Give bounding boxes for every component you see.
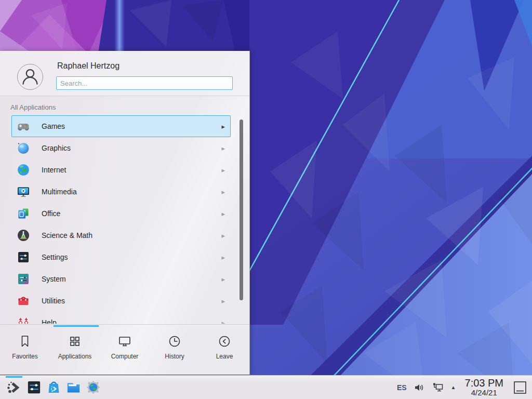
category-label: Settings [42,253,68,261]
tab-leave[interactable]: Leave [200,325,249,375]
submenu-arrow-icon: ▸ [221,320,225,324]
tray-expand-icon[interactable]: ▲ [451,384,456,390]
category-games[interactable]: Games ▸ [11,115,231,137]
tab-computer[interactable]: Computer [100,325,150,375]
category-utilities[interactable]: Utilities ▸ [11,290,231,312]
submenu-arrow-icon: ▸ [221,123,225,130]
bookmark-icon [17,334,33,349]
category-label: Multimedia [42,188,77,196]
submenu-arrow-icon: ▸ [221,210,225,217]
clock-time: 7:03 PM [465,378,503,389]
submenu-arrow-icon: ▸ [221,276,225,283]
section-label: All Applications [10,103,56,111]
user-avatar[interactable] [17,64,43,90]
launcher-header: Raphael Hertzog [0,51,249,96]
monitor-icon [117,334,132,349]
system-tray: ES ▲ 7:03 PM 4/24/21 [397,378,528,397]
tab-label: Applications [58,353,92,360]
submenu-arrow-icon: ▸ [221,298,225,304]
taskbar-panel: ES ▲ 7:03 PM 4/24/21 [0,375,532,399]
category-label: Internet [42,166,66,174]
list-scrollbar[interactable] [240,119,243,300]
category-label: Utilities [42,297,65,305]
submenu-arrow-icon: ▸ [221,189,225,195]
application-launcher-panel: Raphael Hertzog All Applications Games ▸ [0,51,250,375]
browser-globe-icon [85,379,101,395]
category-label: Help [42,318,57,324]
application-launcher-button[interactable] [4,376,24,399]
system-icon [16,272,31,286]
network-icon[interactable] [432,381,444,394]
category-label: Graphics [42,144,71,152]
tab-label: Leave [216,353,233,360]
keyboard-layout-indicator[interactable]: ES [397,383,407,392]
web-browser-button[interactable] [83,376,103,399]
settings-icon [16,250,31,264]
clock-icon [167,334,182,349]
kde-launcher-icon [5,379,23,396]
leave-icon [217,334,232,349]
tab-applications[interactable]: Applications [50,325,100,375]
science-icon [16,228,31,243]
tab-history[interactable]: History [150,325,200,375]
submenu-arrow-icon: ▸ [221,254,225,261]
user-icon [18,64,43,89]
category-office[interactable]: Office ▸ [11,203,231,224]
digital-clock[interactable]: 7:03 PM 4/24/21 [465,378,503,397]
application-category-list: Games ▸ Graphics ▸ [0,115,249,324]
utilities-icon [16,294,31,308]
category-graphics[interactable]: Graphics ▸ [11,137,231,159]
category-label: Science & Math [42,231,92,240]
category-internet[interactable]: Internet ▸ [11,159,231,181]
search-input[interactable] [56,76,233,90]
system-settings-icon [26,379,42,395]
tab-label: Computer [111,353,139,360]
tab-label: History [165,353,184,360]
desktop: Raphael Hertzog All Applications Games ▸ [0,0,532,399]
clock-date: 4/24/21 [465,389,503,397]
category-label: Games [42,122,65,130]
multimedia-icon [16,184,31,199]
graphics-icon [16,141,31,155]
category-science-math[interactable]: Science & Math ▸ [11,224,231,246]
category-multimedia[interactable]: Multimedia ▸ [11,181,231,203]
submenu-arrow-icon: ▸ [221,145,225,152]
active-task-indicator [6,376,22,378]
games-icon [16,119,31,134]
discover-button[interactable] [44,376,63,399]
discover-icon [46,379,62,395]
user-name: Raphael Hertzog [57,61,119,71]
submenu-arrow-icon: ▸ [221,167,225,174]
category-settings[interactable]: Settings ▸ [11,246,231,268]
system-settings-button[interactable] [24,376,44,399]
office-icon [16,206,31,221]
category-label: Office [42,209,60,218]
help-icon [16,315,31,324]
volume-icon[interactable] [414,382,425,393]
submenu-arrow-icon: ▸ [221,232,225,239]
folder-icon [65,379,82,395]
active-tab-indicator [54,325,99,327]
show-desktop-button[interactable] [512,380,528,395]
file-manager-button[interactable] [63,376,83,399]
tab-label: Favorites [12,353,37,360]
category-system[interactable]: System ▸ [11,268,231,290]
category-label: System [42,275,66,283]
category-help[interactable]: Help ▸ [11,312,231,324]
tab-favorites[interactable]: Favorites [0,325,50,375]
grid-icon [67,334,83,349]
launcher-tabbar: Favorites Applications Computer [0,324,249,375]
internet-icon [16,163,31,177]
